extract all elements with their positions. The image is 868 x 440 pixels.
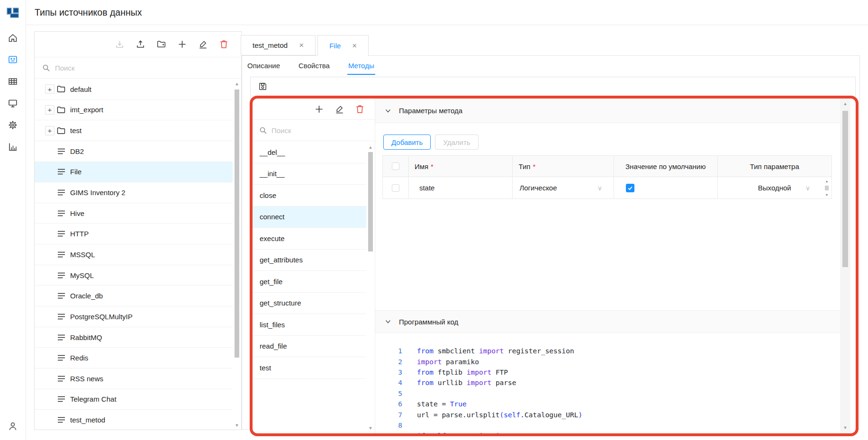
line-number: 6 — [375, 400, 402, 408]
tree-item-row[interactable]: File — [35, 162, 233, 183]
scroll-down-icon[interactable]: ▼ — [840, 426, 850, 430]
tree-scrollbar-thumb[interactable] — [235, 90, 239, 358]
tree-item-row[interactable]: Oracle_db — [35, 286, 233, 306]
charts-icon[interactable] — [8, 142, 18, 152]
table-row-scrollbar[interactable]: ▲ ▼ — [823, 178, 830, 198]
tables-icon[interactable] — [8, 76, 18, 87]
monitor-icon[interactable] — [8, 98, 18, 108]
required-mark: * — [431, 162, 434, 171]
delete-param-button[interactable]: Удалить — [435, 135, 478, 150]
methods-search-input[interactable] — [271, 126, 352, 135]
line-number: 8 — [375, 422, 402, 429]
params-table-header: Имя* Тип* Значение по умолчанию Тип пара… — [382, 155, 832, 177]
row-checkbox[interactable] — [392, 184, 399, 192]
tab-description[interactable]: Описание — [246, 55, 281, 75]
delete-icon[interactable] — [219, 39, 229, 49]
param-name[interactable]: state — [419, 184, 435, 192]
method-list-item[interactable]: read_file — [253, 336, 366, 358]
edit-icon[interactable] — [198, 39, 208, 49]
chevron-down-icon[interactable]: ∨ — [597, 184, 602, 192]
upload-icon[interactable] — [136, 39, 145, 49]
method-params-section-header[interactable]: Параметры метода — [375, 99, 840, 123]
tree-item-row[interactable]: Hive — [35, 203, 233, 224]
tree-node-label: GIMS Inventory 2 — [70, 189, 126, 197]
scroll-up-icon[interactable]: ▲ — [825, 180, 829, 183]
tree-item-row[interactable]: PostgreSQLMultyIP — [35, 306, 233, 327]
scroll-up-icon[interactable]: ▲ — [840, 102, 850, 106]
method-list-item[interactable]: __init__ — [253, 163, 366, 185]
method-list-item[interactable]: get_structure — [253, 293, 366, 314]
tree-item-row[interactable]: DB2 — [35, 141, 233, 162]
line-number: 4 — [375, 379, 402, 386]
scroll-down-icon[interactable]: ▼ — [366, 426, 375, 431]
tab-test-metod[interactable]: test_metod × — [241, 35, 316, 55]
delete-icon[interactable] — [355, 104, 365, 114]
expand-icon[interactable]: + — [45, 84, 54, 94]
tree-item-row[interactable]: MySQL — [35, 265, 233, 286]
code-section-header[interactable]: Программный код — [375, 310, 840, 333]
edit-icon[interactable] — [335, 104, 344, 114]
tree-item-row[interactable]: test_metod — [35, 410, 233, 430]
save-icon[interactable] — [258, 81, 268, 91]
method-list-item[interactable]: connect — [253, 207, 366, 228]
method-name: __del__ — [260, 148, 285, 156]
method-list-item[interactable]: test — [253, 357, 366, 379]
tree-item-row[interactable]: MSSQL — [35, 244, 233, 265]
method-list-item[interactable]: close — [253, 185, 366, 207]
code-editor[interactable]: 1from smbclient import register_session2… — [375, 333, 840, 433]
section-title: Параметры метода — [399, 107, 462, 115]
scroll-down-icon[interactable]: ▼ — [825, 193, 829, 197]
scroll-down-icon[interactable]: ▼ — [233, 423, 241, 428]
tree-item-row[interactable]: RabbitMQ — [35, 327, 233, 348]
close-icon[interactable]: × — [352, 42, 357, 50]
scroll-up-icon[interactable]: ▲ — [233, 82, 241, 86]
tree-search-input[interactable] — [55, 64, 197, 72]
close-icon[interactable]: × — [299, 41, 304, 49]
tab-methods[interactable]: Методы — [347, 55, 375, 75]
tree-scrollbar[interactable]: ▲ ▼ — [233, 79, 241, 430]
expand-icon[interactable]: + — [45, 126, 54, 135]
method-list-item[interactable]: get_file — [253, 271, 366, 293]
tree-folder-row[interactable]: + imt_export — [35, 100, 233, 121]
download-icon[interactable] — [115, 39, 125, 49]
method-list-item[interactable]: list_files — [253, 314, 366, 336]
line-number: 3 — [375, 368, 402, 376]
tree-folder-row[interactable]: + test — [35, 120, 233, 141]
tree-node-label: Redis — [70, 354, 88, 362]
add-icon[interactable] — [177, 39, 187, 49]
tree-list: + default + imt_export + test DB2 File G… — [35, 79, 233, 430]
tab-properties[interactable]: Свойства — [298, 55, 331, 75]
add-param-button[interactable]: Добавить — [383, 135, 431, 150]
add-icon[interactable] — [314, 104, 324, 114]
tree-item-row[interactable]: HTTP — [35, 224, 233, 244]
list-lines-icon — [57, 354, 65, 361]
home-icon[interactable] — [8, 33, 18, 43]
tab-file[interactable]: File × — [317, 35, 369, 56]
method-list-item[interactable]: __del__ — [253, 142, 366, 163]
expand-icon[interactable]: + — [45, 105, 54, 115]
scroll-up-icon[interactable]: ▲ — [366, 145, 375, 150]
settings-icon[interactable] — [8, 120, 18, 130]
tree-item-row[interactable]: Redis — [35, 348, 233, 368]
method-list-item[interactable]: execute — [253, 228, 366, 250]
new-folder-icon[interactable] — [156, 39, 166, 49]
table-scrollbar-thumb[interactable] — [825, 186, 829, 190]
panel-scrollbar-thumb[interactable] — [842, 111, 848, 267]
panel-scrollbar[interactable]: ▲ ▼ — [840, 99, 850, 433]
code-line: 5 — [375, 388, 840, 399]
data-source-types-icon[interactable] — [8, 54, 18, 65]
tree-item-row[interactable]: Telegram Chat — [35, 389, 233, 410]
param-direction-select[interactable]: Выходной — [758, 184, 791, 192]
user-icon[interactable] — [8, 421, 18, 431]
tree-folder-row[interactable]: + default — [35, 79, 233, 100]
param-type-select[interactable]: Логическое — [519, 184, 557, 192]
select-all-checkbox[interactable] — [392, 162, 399, 170]
tree-item-row[interactable]: GIMS Inventory 2 — [35, 182, 233, 203]
methods-scrollbar[interactable]: ▲ ▼ — [366, 142, 375, 433]
method-list-item[interactable]: get_attributes — [253, 250, 366, 271]
tree-item-row[interactable]: RSS news — [35, 368, 233, 389]
methods-scrollbar-thumb[interactable] — [368, 152, 373, 251]
tree-node-label: MSSQL — [70, 251, 95, 259]
default-value-checkbox[interactable] — [626, 184, 634, 192]
chevron-down-icon[interactable]: ∨ — [805, 184, 810, 192]
